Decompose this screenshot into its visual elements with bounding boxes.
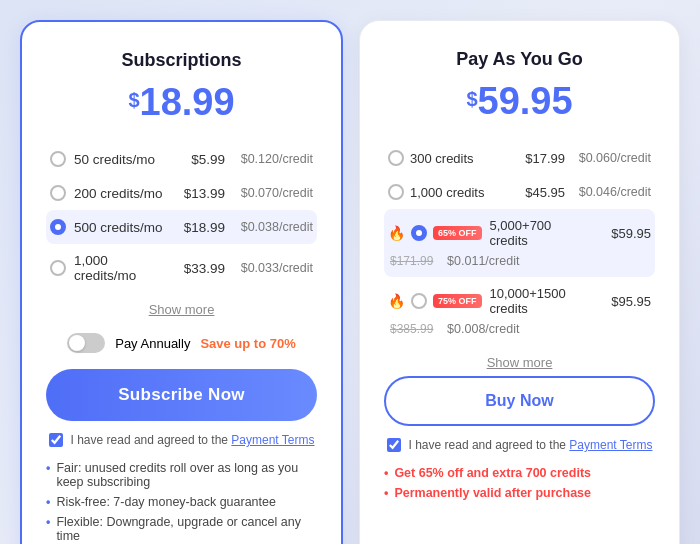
- radio-500[interactable]: [50, 219, 66, 235]
- right-plan-credit-5000: $0.011/credit: [439, 254, 519, 268]
- right-bullet-list: Get 65% off and extra 700 credits Perman…: [384, 466, 655, 500]
- radio-50[interactable]: [50, 151, 66, 167]
- right-price-symbol: $: [466, 88, 477, 111]
- right-plan-row-5000[interactable]: 🔥 65% OFF 5,000+700 credits $59.95 $171.…: [384, 209, 655, 277]
- right-plan-credit-300: $0.060/credit: [571, 151, 651, 165]
- pay-as-you-go-card: Pay As You Go $59.95 300 credits $17.99 …: [359, 20, 680, 544]
- left-card-price: $18.99: [46, 81, 317, 124]
- right-agree-row: I have read and agreed to the Payment Te…: [384, 438, 655, 452]
- right-radio-300[interactable]: [388, 150, 404, 166]
- right-plan-name-5000: 5,000+700 credits: [490, 218, 591, 248]
- right-plan-row-10000[interactable]: 🔥 75% OFF 10,000+1500 credits $95.95 $38…: [384, 277, 655, 345]
- price-symbol: $: [128, 89, 139, 112]
- right-agree-text: I have read and agreed to the Payment Te…: [409, 438, 653, 452]
- right-plan-credit-1000: $0.046/credit: [571, 185, 651, 199]
- plan-name-50: 50 credits/mo: [74, 152, 163, 167]
- plan-credit-200: $0.070/credit: [233, 186, 313, 200]
- bullet-2: Risk-free: 7-day money-back guarantee: [46, 495, 317, 509]
- left-plans-list: 50 credits/mo $5.99 $0.120/credit 200 cr…: [46, 142, 317, 292]
- bullet-1: Fair: unused credits roll over as long a…: [46, 461, 317, 489]
- plan-row-500[interactable]: 500 credits/mo $18.99 $0.038/credit: [46, 210, 317, 244]
- plan-row-1000[interactable]: 1,000 credits/mo $33.99 $0.033/credit: [46, 244, 317, 292]
- right-plan-price-1000: $45.95: [511, 185, 565, 200]
- left-agree-row: I have read and agreed to the Payment Te…: [46, 433, 317, 447]
- left-agree-checkbox[interactable]: [49, 433, 63, 447]
- badge-65: 65% OFF: [433, 226, 482, 240]
- fire-icon-5000: 🔥: [388, 225, 405, 241]
- right-plan-price-5000: $59.95: [597, 226, 651, 241]
- right-plans-list: 300 credits $17.99 $0.060/credit 1,000 c…: [384, 141, 655, 345]
- plan-price-1000: $33.99: [171, 261, 225, 276]
- left-bullet-list: Fair: unused credits roll over as long a…: [46, 461, 317, 543]
- plan-credit-1000: $0.033/credit: [233, 261, 313, 275]
- plan-credit-500: $0.038/credit: [233, 220, 313, 234]
- right-plan-price-300: $17.99: [511, 151, 565, 166]
- left-card-title: Subscriptions: [46, 50, 317, 71]
- plan-price-500: $18.99: [171, 220, 225, 235]
- buy-now-button[interactable]: Buy Now: [384, 376, 655, 426]
- right-radio-5000[interactable]: [411, 225, 427, 241]
- fire-icon-10000: 🔥: [388, 293, 405, 309]
- left-payment-terms-link[interactable]: Payment Terms: [231, 433, 314, 447]
- plan-name-200: 200 credits/mo: [74, 186, 163, 201]
- plan-price-200: $13.99: [171, 186, 225, 201]
- left-show-more[interactable]: Show more: [46, 292, 317, 323]
- right-plan-credit-10000: $0.008/credit: [439, 322, 519, 336]
- right-plan-row-1000[interactable]: 1,000 credits $45.95 $0.046/credit: [384, 175, 655, 209]
- subscribe-button[interactable]: Subscribe Now: [46, 369, 317, 421]
- badge-75: 75% OFF: [433, 294, 482, 308]
- bullet-3: Flexible: Downgrade, upgrade or cancel a…: [46, 515, 317, 543]
- radio-200[interactable]: [50, 185, 66, 201]
- right-radio-10000[interactable]: [411, 293, 427, 309]
- plan-name-500: 500 credits/mo: [74, 220, 163, 235]
- plan-row-200[interactable]: 200 credits/mo $13.99 $0.070/credit: [46, 176, 317, 210]
- right-plan-original-10000: $385.99: [390, 322, 433, 336]
- plan-price-50: $5.99: [171, 152, 225, 167]
- right-plan-row-300[interactable]: 300 credits $17.99 $0.060/credit: [384, 141, 655, 175]
- right-show-more[interactable]: Show more: [384, 345, 655, 376]
- right-card-price: $59.95: [384, 80, 655, 123]
- right-card-title: Pay As You Go: [384, 49, 655, 70]
- right-plan-price-10000: $95.95: [597, 294, 651, 309]
- right-payment-terms-link[interactable]: Payment Terms: [569, 438, 652, 452]
- plan-credit-50: $0.120/credit: [233, 152, 313, 166]
- right-radio-1000[interactable]: [388, 184, 404, 200]
- right-plan-name-300: 300 credits: [410, 151, 505, 166]
- plan-name-1000: 1,000 credits/mo: [74, 253, 163, 283]
- left-agree-text: I have read and agreed to the Payment Te…: [71, 433, 315, 447]
- subscriptions-card: Subscriptions $18.99 50 credits/mo $5.99…: [20, 20, 343, 544]
- save-label: Save up to 70%: [200, 336, 295, 351]
- right-bullet-1: Get 65% off and extra 700 credits: [384, 466, 655, 480]
- right-plan-name-1000: 1,000 credits: [410, 185, 505, 200]
- right-plan-original-5000: $171.99: [390, 254, 433, 268]
- toggle-label: Pay Annually: [115, 336, 190, 351]
- right-agree-checkbox[interactable]: [387, 438, 401, 452]
- right-bullet-2: Permanently valid after purchase: [384, 486, 655, 500]
- plan-row-50[interactable]: 50 credits/mo $5.99 $0.120/credit: [46, 142, 317, 176]
- annual-toggle[interactable]: [67, 333, 105, 353]
- radio-1000[interactable]: [50, 260, 66, 276]
- toggle-row: Pay Annually Save up to 70%: [46, 333, 317, 353]
- right-plan-name-10000: 10,000+1500 credits: [490, 286, 591, 316]
- toggle-knob: [69, 335, 85, 351]
